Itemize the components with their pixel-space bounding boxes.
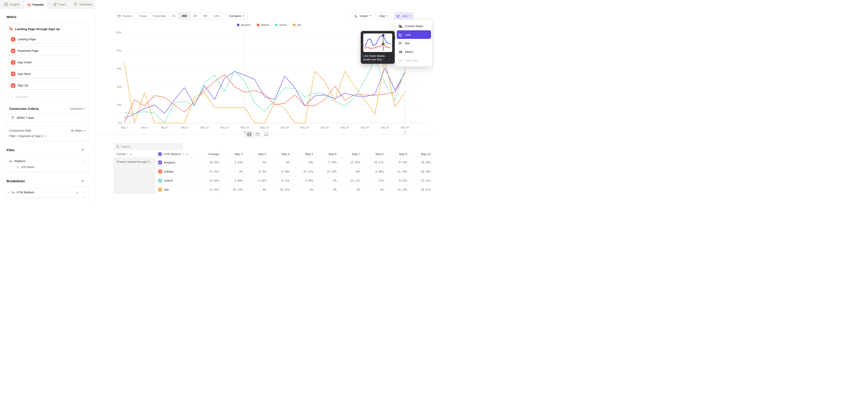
chart-type-menu: Funnel StepsLineBarMetricTop Paths: [395, 20, 433, 66]
add-step-label: Add Step: [16, 95, 28, 99]
date-column-header[interactable]: May 8: [361, 151, 384, 158]
add-breakdown-button[interactable]: +: [81, 179, 84, 183]
range-12m[interactable]: 12M: [211, 12, 222, 19]
header-label: May 6: [329, 152, 337, 156]
date-column-header[interactable]: May 6: [314, 151, 338, 158]
filter-operator[interactable]: Is: [17, 165, 19, 169]
add-filter-button[interactable]: +: [81, 148, 84, 152]
funnel-name-cell[interactable]: Product Viewed through P...: [114, 158, 155, 194]
checked-checkbox[interactable]: [158, 169, 162, 174]
legend-item-ads[interactable]: ads: [293, 24, 301, 26]
value-cell: 12%: [361, 176, 384, 185]
funnel-step-row[interactable]: 4 App Open ⋮: [8, 70, 86, 78]
search-input[interactable]: [121, 145, 180, 148]
search-box[interactable]: [114, 143, 183, 150]
range-yesterday[interactable]: Yesterday: [150, 12, 169, 19]
compare-button[interactable]: Compare: [226, 12, 248, 20]
range-6m[interactable]: 6M: [200, 12, 211, 19]
average-column-header[interactable]: Average: [204, 151, 220, 158]
filter-segment-toggle[interactable]: Filter + Segment on Step 1: [9, 134, 86, 138]
range-today[interactable]: Today: [136, 12, 150, 19]
table-row-label[interactable]: sidebar: [155, 167, 204, 176]
y-axis-label: 0%: [118, 122, 122, 124]
tab-retention[interactable]: Retention: [71, 0, 95, 9]
value-cell: 5.56%: [290, 176, 314, 185]
y-axis-label: 10%: [117, 103, 122, 106]
layout-split-toggle[interactable]: [245, 131, 254, 137]
tab-insights[interactable]: Insights: [0, 0, 24, 9]
date-column-header[interactable]: May 4: [267, 151, 290, 158]
layout-chart-only-toggle[interactable]: [254, 131, 262, 137]
value-cell: 14.29%: [314, 167, 338, 176]
date-column-header[interactable]: May 5: [290, 151, 314, 158]
conversion-window-row[interactable]: Within 7 days: [8, 113, 86, 122]
svg-text:1: 1: [404, 131, 406, 134]
checked-checkbox[interactable]: [158, 179, 162, 183]
filter-value[interactable]: iOS Native: [21, 165, 34, 169]
value-cell: 16.67%: [408, 185, 432, 194]
range-3m[interactable]: 3M: [190, 12, 200, 19]
date-column-header[interactable]: May 9: [384, 151, 408, 158]
kebab-menu-icon[interactable]: ⋮: [79, 83, 85, 88]
interval-dropdown[interactable]: Day: [377, 12, 391, 20]
step-label: App Open: [18, 72, 77, 75]
legend-item-search[interactable]: search: [275, 24, 287, 26]
value-cell: 5.26%: [243, 176, 267, 185]
date-column-header[interactable]: May 2: [220, 151, 243, 158]
x-axis-label: May 8: [181, 126, 188, 129]
checked-checkbox[interactable]: [158, 188, 162, 191]
range-7d[interactable]: 7D: [169, 12, 179, 19]
range-30d[interactable]: 30D: [179, 12, 190, 19]
advanced-dropdown[interactable]: Advanced: [70, 107, 86, 111]
table-row-label[interactable]: search: [155, 176, 204, 185]
filter-segment-label: Filter + Segment on Step 1: [9, 134, 43, 138]
line-chart-tooltip: Line charts display trends over time.: [361, 31, 395, 64]
annotation-badge[interactable]: 1: [403, 130, 407, 134]
menu-item-metric[interactable]: Metric: [397, 48, 431, 56]
legend-item-organic[interactable]: $organic: [237, 24, 251, 26]
layout-table-only-toggle[interactable]: [262, 131, 270, 137]
funnel-step-row[interactable]: 1 Landing Page ⋮: [8, 35, 86, 43]
checked-checkbox[interactable]: [158, 160, 162, 164]
date-column-header[interactable]: May 10: [408, 151, 432, 158]
funnel-step-row[interactable]: 2 Download Page ⋮: [8, 46, 86, 55]
kebab-menu-icon[interactable]: ⋮: [80, 27, 86, 31]
chart-type-dropdown[interactable]: Line: [394, 12, 414, 20]
remove-breakdown-icon[interactable]: ×: [75, 190, 79, 194]
range-custom[interactable]: Custom: [115, 12, 136, 19]
legend-label: search: [279, 24, 287, 26]
funnel-step-row[interactable]: 3 App Install ⋮: [8, 58, 86, 66]
funnel-column-header[interactable]: Funnel1: [114, 151, 155, 158]
kebab-menu-icon[interactable]: ⋮: [81, 190, 87, 194]
kebab-menu-icon[interactable]: ⋮: [79, 49, 85, 53]
kebab-menu-icon[interactable]: ⋮: [79, 37, 85, 41]
chevron-down-icon: [84, 108, 86, 109]
step-number-badge: 1: [11, 37, 16, 41]
kebab-menu-icon[interactable]: ⋮: [79, 60, 85, 64]
metric-icon: [399, 50, 403, 54]
app-root: InsightsFunnelsFlowsRetention Metric Lan…: [0, 0, 434, 204]
tab-funnels[interactable]: Funnels: [24, 0, 48, 9]
scale-dropdown[interactable]: Linear: [352, 12, 374, 20]
add-step-button[interactable]: + Add Step: [8, 93, 86, 101]
menu-item-line[interactable]: Line: [397, 30, 431, 39]
metric-label: Metric: [6, 15, 17, 19]
legend-item-sidebar[interactable]: sidebar: [257, 24, 270, 26]
menu-item-bar[interactable]: Bar: [397, 39, 431, 48]
top-paths-icon: [399, 59, 403, 62]
date-column-header[interactable]: May 7: [338, 151, 361, 158]
table-row-label[interactable]: ads: [155, 185, 204, 194]
kebab-menu-icon[interactable]: ⋮: [81, 159, 87, 163]
legend-label: sidebar: [261, 24, 270, 26]
kebab-menu-icon[interactable]: ⋮: [79, 72, 85, 76]
breakdown-column-header[interactable]: UTM Medium4: [155, 151, 204, 158]
drag-handle-icon[interactable]: ≡: [8, 191, 9, 194]
funnel-step-row[interactable]: 5 Sign Up ⋮: [8, 81, 86, 90]
checked-checkbox[interactable]: [158, 152, 162, 156]
tab-flows[interactable]: Flows: [48, 0, 71, 9]
date-column-header[interactable]: May 3: [243, 151, 267, 158]
all-steps-dropdown[interactable]: All Steps: [71, 129, 86, 132]
table-row-label[interactable]: $organic: [155, 158, 204, 167]
menu-item-funnel-steps[interactable]: Funnel Steps: [397, 22, 431, 30]
value-cell: 10%: [290, 158, 314, 167]
